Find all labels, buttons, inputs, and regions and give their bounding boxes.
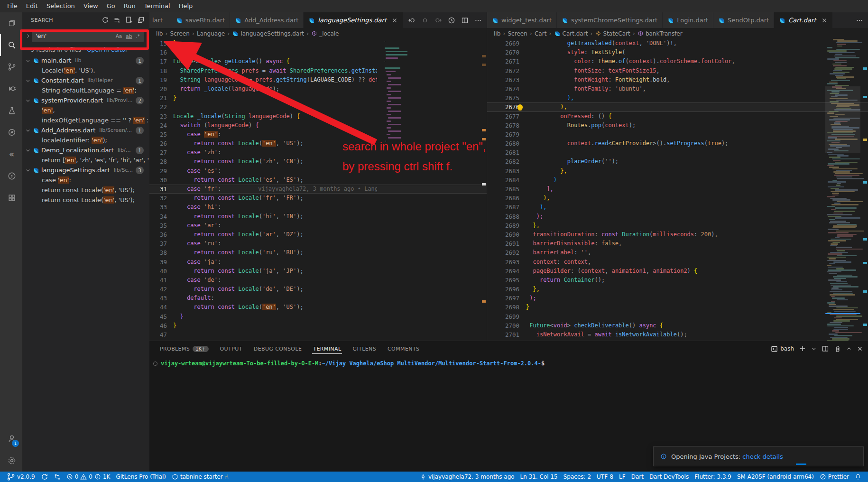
chevron-down-icon[interactable] [25,98,31,103]
code-line[interactable]: 31 case 'fr':vijayvaghela72, 3 months ag… [149,185,487,194]
breadcrumb-item[interactable]: Language [197,30,225,37]
search-result-file[interactable]: Constant.dartlib/Helper1 [22,75,149,85]
close-panel-icon[interactable] [857,345,863,352]
search-result-match[interactable]: return const Locale('en', 'US'); [22,195,149,205]
search-result-match[interactable]: localeIdentifier: 'en'); [22,135,149,145]
search-result-file[interactable]: main.dartlib1 [22,56,149,65]
code-line[interactable]: 36 return const Locale('ar', 'DZ'); [149,230,487,239]
code-line[interactable]: 17Future<Locale> getLocale() async { [149,57,487,66]
code-line[interactable]: 2673 fontWeight: FontWeight.bold, [487,75,868,84]
status-encoding[interactable]: UTF-8 [594,472,616,482]
search-result-match[interactable]: return ['en', 'zh', 'es', 'fr', 'hi', 'a… [22,155,149,165]
breadcrumb-item[interactable]: Screen [170,30,190,37]
status-problems[interactable]: 001K [64,472,113,482]
status-notifications[interactable] [852,472,864,482]
lightbulb-icon[interactable] [517,104,523,110]
code-line[interactable]: 2688 ); [487,212,868,221]
code-line[interactable]: 2675 ), [487,93,868,102]
code-line[interactable]: 42 return const Locale('de', 'DE'); [149,285,487,294]
panel-tab-problems[interactable]: PROBLEMS1K+ [156,341,212,356]
code-line[interactable]: 2678 Routes.pop(context); [487,121,868,130]
code-line[interactable]: 33 case 'hi': [149,203,487,212]
tab-widget_test-dart[interactable]: widget_test.dart [487,12,557,28]
chevron-down-icon[interactable] [25,78,31,83]
breadcrumb-item[interactable]: Cart.dart [554,30,588,37]
breadcrumb-right[interactable]: lib›Screen›Cart›Cart.dart›StateCart›bank… [487,28,868,39]
breadcrumb-item[interactable]: lib [494,30,500,37]
status-device[interactable]: SM A205F (android-arm64) [734,472,817,482]
status-dart-devtools[interactable]: Dart DevTools [646,472,692,482]
search-result-file[interactable]: languageSettings.dartlib/Sc...3 [22,165,149,175]
code-line[interactable]: 2699 [487,312,868,321]
refresh-icon[interactable] [102,16,109,24]
code-line[interactable]: 24 switch (languageCode) { [149,121,487,130]
code-line[interactable]: 2685 ], [487,185,868,194]
code-line[interactable]: 39 case 'ja': [149,258,487,267]
code-line[interactable]: 47 [149,330,487,339]
panel-tab-output[interactable]: OUTPUT [216,341,246,356]
code-line[interactable]: 2698} [487,303,868,312]
code-line[interactable]: 2689 }, [487,221,868,230]
status-tabnine[interactable]: tabnine starter☝ [169,472,231,482]
open-previous-change-icon[interactable] [408,17,416,24]
code-line[interactable]: 35 case 'ar': [149,221,487,230]
chevron-down-icon[interactable] [25,148,31,153]
open-change-icon[interactable] [421,17,429,24]
activity-explorer[interactable] [0,12,22,34]
activity-accounts[interactable]: 1 [0,428,22,450]
check-details-link[interactable]: check details [742,453,783,460]
code-line[interactable]: 2683 }, [487,167,868,176]
chevron-down-icon[interactable] [25,128,31,133]
tab-sendotp-dart[interactable]: SendOtp.dart [713,12,774,28]
code-line[interactable]: 45 } [149,312,487,321]
new-terminal-icon[interactable] [799,345,806,352]
breadcrumb-item[interactable]: Screen [508,30,527,37]
activity-references[interactable] [0,121,22,143]
chevron-down-icon[interactable] [25,167,31,173]
tab-cart-dart[interactable]: Cart.dart [774,12,832,28]
status-prettier[interactable]: Prettier [817,472,852,482]
tab-lart[interactable]: lart [149,12,171,28]
code-line[interactable]: 19 String languageCode = prefs.getString… [149,75,487,84]
code-line[interactable]: 2696 }, [487,285,868,294]
more-actions-icon[interactable] [474,17,482,24]
code-line[interactable]: 2695 return Container(); [487,276,868,285]
search-result-file[interactable]: Add_Address.dartlib/Screen/...1 [22,125,149,135]
code-line[interactable]: 2693 context: context, [487,258,868,267]
code-line[interactable]: 2686 ), [487,194,868,203]
code-line[interactable]: 2682 placeOrder(''); [487,157,868,166]
code-line[interactable]: 2671 color: Theme.of(context).colorSchem… [487,57,868,66]
code-line[interactable]: 21} [149,93,487,102]
file-history-icon[interactable] [448,17,455,24]
collapse-all-icon[interactable] [137,16,145,24]
code-line[interactable]: 2680 context.read<CartProvider>().setPro… [487,139,868,148]
search-result-file[interactable]: Demo_Localization.dartlib/S...1 [22,145,149,155]
code-line[interactable]: 34 return const Locale('hi', 'IN'); [149,212,487,221]
code-line[interactable]: 2690 transitionDuration: const Duration(… [487,230,868,239]
menu-terminal[interactable]: Terminal [140,0,175,12]
status-blame[interactable]: vijayvaghela72, 3 months ago [417,472,517,482]
breadcrumb-item[interactable]: lib [156,30,163,37]
search-result-match[interactable]: 'en', [22,105,149,115]
panel-tab-terminal[interactable]: TERMINAL [309,341,345,356]
activity-search[interactable] [0,34,22,56]
panel-tab-comments[interactable]: COMMENTS [384,341,423,356]
code-line[interactable]: 41 case 'de': [149,276,487,285]
code-line[interactable]: 2691 barrierDismissible: false, [487,239,868,248]
search-result-match[interactable]: Locale('en', 'US'), [22,65,149,75]
menu-selection[interactable]: Selection [42,0,79,12]
clear-results-icon[interactable] [113,16,121,24]
code-line[interactable]: 2694 pageBuilder: (context, animation1, … [487,267,868,276]
breadcrumb-item[interactable]: bankTransfer [637,30,683,37]
code-editor-right[interactable]: 2669 getTranslated(context, 'DONE')!,267… [487,39,868,341]
menu-help[interactable]: Help [175,0,197,12]
more-actions-icon[interactable] [856,17,863,24]
code-line[interactable]: 2687 ), [487,203,868,212]
menu-run[interactable]: Run [120,0,140,12]
code-line[interactable]: 30 return const Locale('es', 'ES'); [149,176,487,185]
code-line[interactable]: 2679 [487,130,868,139]
status-flutter-version[interactable]: Flutter: 3.3.9 [692,472,734,482]
activity-testing[interactable] [0,100,22,121]
tab-login-dart[interactable]: Login.dart [663,12,713,28]
code-line[interactable]: 2670 style: TextStyle( [487,48,868,57]
